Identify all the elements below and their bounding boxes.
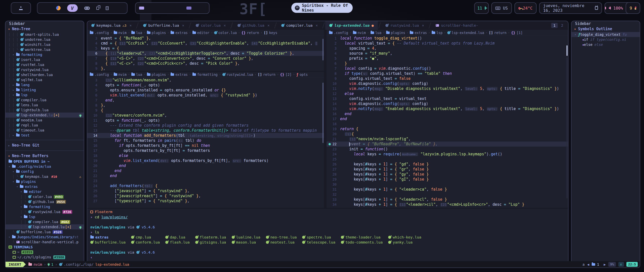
- code-line-4[interactable]: 4 opts = function(_, opts): [87, 83, 324, 88]
- document-icon[interactable]: [106, 6, 109, 10]
- breadcrumb-item[interactable]: lsp: [432, 31, 442, 35]
- breadcrumb-item[interactable]: color.lua: [214, 31, 237, 35]
- section-header-neo-tree-git[interactable]: ▸Neo-Tree Git: [6, 142, 84, 148]
- tab-lsp-extended.lua[interactable]: lsp-extended.lua●: [325, 21, 378, 30]
- tab-page-1[interactable]: 1: [551, 23, 558, 28]
- code-line-4[interactable]: 4cmd = { [1]"CccPick", [2]"CccConvert", …: [87, 41, 324, 46]
- chevron-down-icon[interactable]: ▾: [13, 53, 16, 56]
- chevron-down-icon[interactable]: ▾: [20, 215, 24, 219]
- launcher-button[interactable]: [11, 2, 31, 14]
- tab-keymaps.lua[interactable]: keymaps.lua⚠3×: [87, 21, 136, 30]
- code-line-12[interactable]: 12 else: [327, 91, 568, 96]
- code-line-8[interactable]: 8},: [87, 103, 324, 108]
- code-line-21[interactable]: 21 [1]"neovim/nvim-lspconfig",: [327, 137, 568, 142]
- breadcrumb-item[interactable]: nvim: [114, 73, 127, 77]
- tree-item-compiler.lua[interactable]: │ │ compiler.lua: [6, 97, 84, 103]
- tab-close-button[interactable]: ×: [267, 23, 270, 27]
- keyboard-layout-widget[interactable]: US: [491, 2, 512, 14]
- code-line-27[interactable]: 27 keys[#keys + 1] = { "gr", false }: [327, 167, 568, 172]
- ls-entry-extras[interactable]: extras: [90, 235, 126, 240]
- ls-entry-gitsigns.lua[interactable]: gitsigns.lua: [195, 240, 226, 245]
- code-line-27[interactable]: 27 ["typescript"] = { "rustywind" },: [87, 198, 324, 203]
- ls-entry-yanky.lua[interactable]: yanky.lua: [388, 240, 421, 245]
- chevron-down-icon[interactable]: ▾: [574, 27, 576, 31]
- section-header-neo-tree[interactable]: ▾Neo-Tree: [6, 26, 84, 32]
- breadcrumb-item[interactable]: plugins: [386, 31, 405, 35]
- ls-entry-theme-loader.lua[interactable]: theme-loader.lua: [341, 235, 383, 240]
- code-line-25[interactable]: 25 ["javascript"] = { "rustywind" },: [87, 188, 324, 193]
- code-line-28[interactable]: 28 keys[#keys + 1] = { "gy", false }: [327, 172, 568, 177]
- code-line-23[interactable]: 23: [87, 178, 324, 183]
- chevron-down-icon[interactable]: ▾: [8, 27, 10, 31]
- code-line-23[interactable]: 23 init = function(): [327, 147, 568, 152]
- chevron-down-icon[interactable]: ▾: [9, 165, 12, 168]
- code-line-16[interactable]: 16 if opts.formatters_by_ft[ft] == nil t…: [87, 143, 324, 148]
- breadcrumb-item[interactable]: extras: [171, 31, 188, 35]
- terminal-command-line[interactable]: › cd lua/plugins/: [87, 215, 568, 220]
- terminal-prompt-info[interactable]: nvim/lua/plugins via v5.4.6: [87, 250, 568, 255]
- breadcrumb-item[interactable]: extras: [171, 73, 188, 77]
- code-line-18[interactable]: 18 else: [87, 153, 324, 158]
- tree-item-github.lua[interactable]: │ └ github.lua#654: [6, 199, 84, 204]
- code-line-21[interactable]: 21 end: [87, 168, 324, 173]
- code-line-7[interactable]: 7 end,: [87, 98, 324, 103]
- tree-item-lsp[interactable]: ▾lsp: [6, 214, 84, 219]
- updates-widget[interactable]: 11: [474, 2, 489, 14]
- chevron-right-icon[interactable]: ▸: [13, 134, 16, 137]
- tree-item-keymaps.lua[interactable]: │ └ keymaps.lua#10⚠: [6, 174, 84, 179]
- tree-item-juegos-indies-steamlibrary-[interactable]: ▾Juegos/Indies/SteamLibrary/st: [6, 234, 84, 240]
- chevron-down-icon[interactable]: ▾: [13, 170, 16, 173]
- chevron-right-icon[interactable]: ▸: [13, 88, 16, 92]
- tree-item-open-buffers-in-[interactable]: OPEN BUFFERS in ~: [6, 159, 84, 164]
- ls-entry-conform.lua[interactable]: conform.lua: [131, 240, 160, 245]
- ls-entry-flash.lua[interactable]: flash.lua: [165, 240, 190, 245]
- tree-item-neodim.lua[interactable]: │ │ neodim.lua: [6, 118, 84, 123]
- gamepad-icon[interactable]: [84, 7, 90, 10]
- tree-item-lens.lua[interactable]: │ │ lens.lua: [6, 103, 84, 108]
- tree-item-shellharden.lua[interactable]: │ │ shellharden.lua: [6, 72, 84, 77]
- ls-entry-spectre.lua[interactable]: spectre.lua: [302, 235, 335, 240]
- tree-item-undotree.lua[interactable]: │ │ │ undotree.lua: [6, 37, 84, 42]
- code-line-11[interactable]: 11 vim.notify(msg: "Disable diagnostics …: [327, 86, 568, 91]
- code-area-lsp-extended-lua[interactable]: 1local function toggle_diag_virtext()2 l…: [327, 36, 568, 208]
- code-line-1[interactable]: 1local function toggle_diag_virtext(): [327, 36, 568, 41]
- tab-compiler.lua[interactable]: compiler.lua×: [277, 21, 322, 30]
- code-line-31[interactable]: 31 keys[#keys + 1] = { "<leader>ca", fal…: [327, 187, 568, 192]
- tree-item-bufferline.lua[interactable]: └ bufferline.lua#328: [6, 229, 84, 234]
- code-line-22[interactable]: 22 event = { "BufReadPre", "BufNewFile" …: [327, 142, 568, 147]
- code-line-20[interactable]: 20 [1]{: [327, 131, 568, 137]
- date-widget[interactable]: jueves, noviembre 16, 2023: [539, 2, 602, 14]
- tree-item-isort.lua[interactable]: │ │ isort.lua: [6, 57, 84, 62]
- code-line-19[interactable]: 19 vim.list_extend(dst: opts.formatters_…: [87, 158, 324, 163]
- scrollbar-track[interactable]: [567, 57, 568, 198]
- code-line-7[interactable]: 7 local config = vim.diagnostic.config(): [327, 66, 568, 71]
- tree-item-formatting[interactable]: │ ▾formatting: [6, 52, 84, 57]
- tree-item--.c-n-l-plugins[interactable]: ~/.c/n/l/plugins#3980: [6, 255, 84, 260]
- code-line-14[interactable]: 14 local function add_formatters(tbl :ta…: [87, 133, 324, 138]
- breadcrumb-item[interactable]: []return: [489, 31, 506, 35]
- tree-item-rustywind.lua[interactable]: │ │ rustywind.lua: [6, 67, 84, 72]
- code-line-9[interactable]: 9},: [87, 66, 324, 71]
- tree-item-smart-splits.lua[interactable]: │ │ │ smart-splits.lua: [6, 32, 84, 37]
- breadcrumb-item[interactable]: formatting: [192, 73, 218, 77]
- code-line-4[interactable]: 4 source = "if_many",: [327, 51, 568, 56]
- code-line-2[interactable]: 2 local virtual_text = { -- Default virt…: [327, 41, 568, 46]
- breadcrumb-item[interactable]: .config: [90, 73, 109, 77]
- notifications-widget[interactable]: 9: [626, 2, 640, 14]
- tree-item-editor[interactable]: ▾editor: [6, 189, 84, 194]
- chevron-down-icon[interactable]: ▾: [9, 235, 12, 239]
- chevron-right-icon[interactable]: ▸: [13, 83, 16, 87]
- breadcrumb-item[interactable]: plugins: [147, 73, 166, 77]
- tab-close-button[interactable]: ×: [182, 23, 184, 27]
- tree-item-compiler.lua[interactable]: │ │ compiler.lua#682: [6, 219, 84, 224]
- code-line-15[interactable]: 15 for ft, formatters in pairs(t: tbl) d…: [87, 138, 324, 143]
- breadcrumb-item[interactable]: rustywind.lua: [222, 73, 253, 77]
- code-line-3[interactable]: 3event = { "BufRead" },: [87, 36, 324, 41]
- code-line-3[interactable]: 3 [1]"williamboman/mason.nvim",: [87, 78, 324, 83]
- chevron-down-icon[interactable]: ▾: [13, 180, 16, 183]
- tree-item-lsp-extended.lu[interactable]: │ └ lsp-extended.lu [+]: [6, 224, 84, 229]
- ls-entry-mason.lua[interactable]: mason.lua: [232, 240, 260, 245]
- ls-entry-neo-tree.lua[interactable]: neo-tree.lua: [266, 235, 297, 240]
- code-line-16[interactable]: 16 end: [327, 111, 568, 116]
- breadcrumb-item[interactable]: editor: [192, 31, 210, 35]
